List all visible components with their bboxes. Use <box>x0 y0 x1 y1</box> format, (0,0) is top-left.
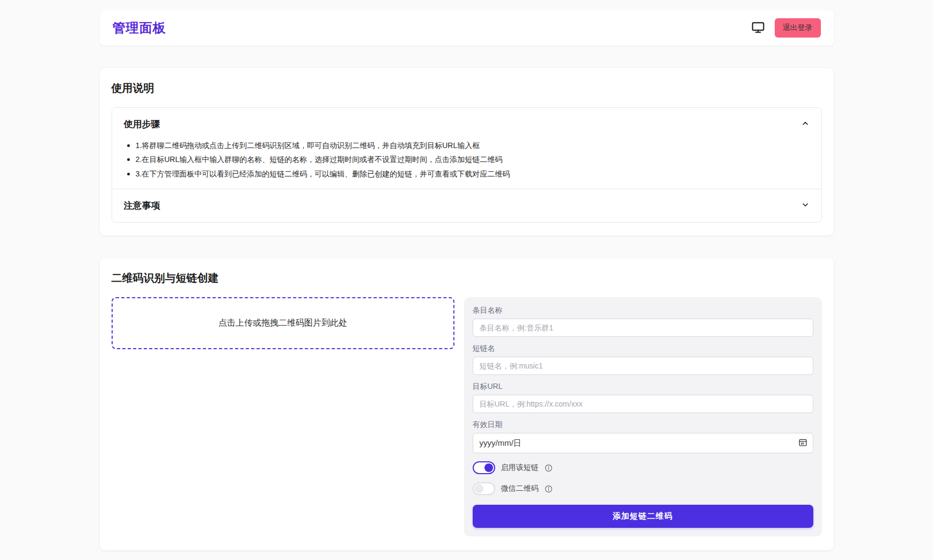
monitor-icon <box>751 20 765 36</box>
valid-date-label: 有效日期 <box>473 420 813 430</box>
qr-section-heading: 二维码识别与短链创建 <box>112 271 822 285</box>
wechat-qr-toggle[interactable] <box>473 482 495 495</box>
shortlink-form: 条目名称 短链名 目标URL 有效日期 yyyy/mm/日 <box>464 297 822 536</box>
toggle-row-wechat: 微信二维码 <box>473 481 813 496</box>
entry-name-input[interactable] <box>473 319 813 337</box>
header-actions: 退出登录 <box>750 18 821 38</box>
wechat-qr-label: 微信二维码 <box>501 484 539 493</box>
display-mode-button[interactable] <box>750 19 766 37</box>
entry-name-label: 条目名称 <box>473 306 813 315</box>
accordion-title: 注意事项 <box>124 200 160 212</box>
accordion-item-steps: 使用步骤 1.将群聊二维码拖动或点击上传到二维码识别区域，即可自动识别二维码，并… <box>112 108 821 189</box>
field-entry-name: 条目名称 <box>473 306 813 337</box>
calendar-icon[interactable] <box>798 438 807 449</box>
enable-shortlink-toggle[interactable] <box>473 461 495 474</box>
dropzone-text: 点击上传或拖拽二维码图片到此处 <box>218 318 347 329</box>
chevron-up-icon[interactable] <box>801 119 810 130</box>
page-title: 管理面板 <box>113 19 166 36</box>
add-shortlink-qr-button[interactable]: 添加短链二维码 <box>473 505 813 528</box>
accordion-title: 使用步骤 <box>124 118 160 130</box>
date-value: yyyy/mm/日 <box>480 438 521 448</box>
qr-upload-dropzone[interactable]: 点击上传或拖拽二维码图片到此处 <box>112 297 454 349</box>
info-icon[interactable] <box>545 485 553 493</box>
qr-content-row: 点击上传或拖拽二维码图片到此处 条目名称 短链名 目标URL 有效日期 <box>112 297 822 536</box>
steps-list: 1.将群聊二维码拖动或点击上传到二维码识别区域，即可自动识别二维码，并自动填充到… <box>124 142 810 178</box>
valid-date-input[interactable]: yyyy/mm/日 <box>473 433 813 453</box>
header-bar: 管理面板 退出登录 <box>100 10 834 46</box>
target-url-label: 目标URL <box>473 382 813 392</box>
accordion-header-steps[interactable]: 使用步骤 <box>112 108 821 141</box>
qr-shortlink-section: 二维码识别与短链创建 点击上传或拖拽二维码图片到此处 条目名称 短链名 目标UR… <box>100 258 834 550</box>
accordion-body-steps: 1.将群聊二维码拖动或点击上传到二维码识别区域，即可自动识别二维码，并自动填充到… <box>112 141 821 189</box>
field-valid-date: 有效日期 yyyy/mm/日 <box>473 420 813 453</box>
short-link-label: 短链名 <box>473 344 813 353</box>
list-item: 2.在目标URL输入框中输入群聊的名称、短链的名称，选择过期时间或者不设置过期时… <box>124 156 810 164</box>
page-container: 管理面板 退出登录 使用说明 使用步骤 <box>100 10 834 550</box>
short-link-input[interactable] <box>473 357 813 375</box>
field-target-url: 目标URL <box>473 382 813 413</box>
list-item: 1.将群聊二维码拖动或点击上传到二维码识别区域，即可自动识别二维码，并自动填充到… <box>124 142 810 150</box>
toggle-row-enable: 启用该短链 <box>473 460 813 475</box>
toggle-knob <box>484 463 493 472</box>
logout-button[interactable]: 退出登录 <box>775 18 821 38</box>
accordion-header-notes[interactable]: 注意事项 <box>112 189 821 222</box>
field-short-link: 短链名 <box>473 344 813 375</box>
instructions-heading: 使用说明 <box>112 81 822 95</box>
enable-shortlink-label: 启用该短链 <box>501 463 539 473</box>
instructions-accordion: 使用步骤 1.将群聊二维码拖动或点击上传到二维码识别区域，即可自动识别二维码，并… <box>112 107 822 223</box>
accordion-item-notes: 注意事项 <box>112 189 821 222</box>
toggle-knob <box>475 484 483 493</box>
instructions-section: 使用说明 使用步骤 1.将群聊二维码拖动或点击上传到二维码识别区域，即可自动识别… <box>100 68 834 235</box>
chevron-down-icon[interactable] <box>801 201 810 211</box>
list-item: 3.在下方管理面板中可以看到已经添加的短链二维码，可以编辑、删除已创建的短链，并… <box>124 170 810 178</box>
info-icon[interactable] <box>545 464 553 472</box>
target-url-input[interactable] <box>473 395 813 413</box>
